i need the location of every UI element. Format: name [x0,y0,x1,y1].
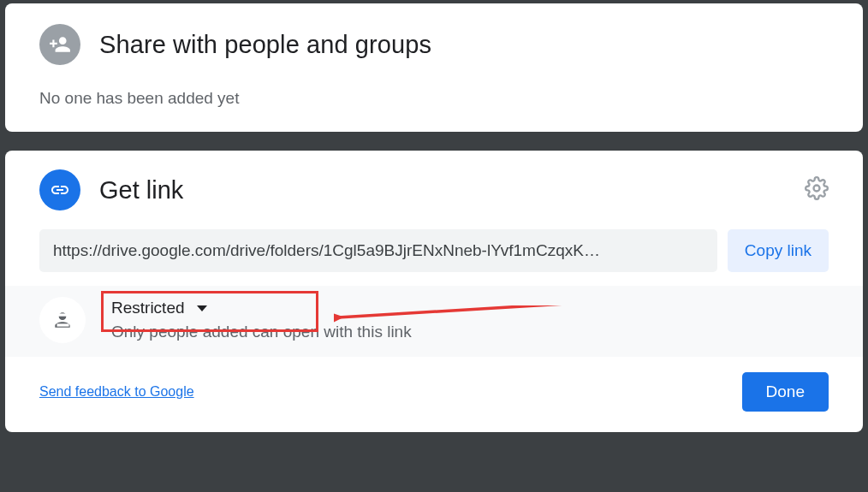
access-dropdown[interactable]: Restricted [111,299,829,317]
share-header: Share with people and groups [39,24,829,65]
chevron-down-icon [197,305,207,311]
settings-icon[interactable] [805,176,829,204]
footer-row: Send feedback to Google Done [39,372,829,412]
link-row: Copy link [39,229,829,272]
copy-link-button[interactable]: Copy link [728,229,829,272]
person-add-icon [39,24,80,65]
share-title: Share with people and groups [99,31,431,59]
share-empty-text: No one has been added yet [39,89,829,108]
svg-rect-1 [51,313,74,316]
share-card: Share with people and groups No one has … [5,3,863,132]
done-button[interactable]: Done [742,372,829,412]
get-link-card: Get link Copy link [5,151,863,432]
feedback-link[interactable]: Send feedback to Google [39,384,194,400]
access-description: Only people added can open with this lin… [111,323,829,341]
link-header: Get link [39,169,829,210]
access-row: Restricted Only people added can open wi… [5,286,863,357]
get-link-title: Get link [99,176,786,205]
svg-point-0 [814,186,820,192]
link-icon [39,169,80,210]
restricted-icon [39,297,86,343]
access-dropdown-label: Restricted [111,299,185,317]
share-link-input[interactable] [39,229,717,272]
svg-rect-2 [57,323,69,326]
